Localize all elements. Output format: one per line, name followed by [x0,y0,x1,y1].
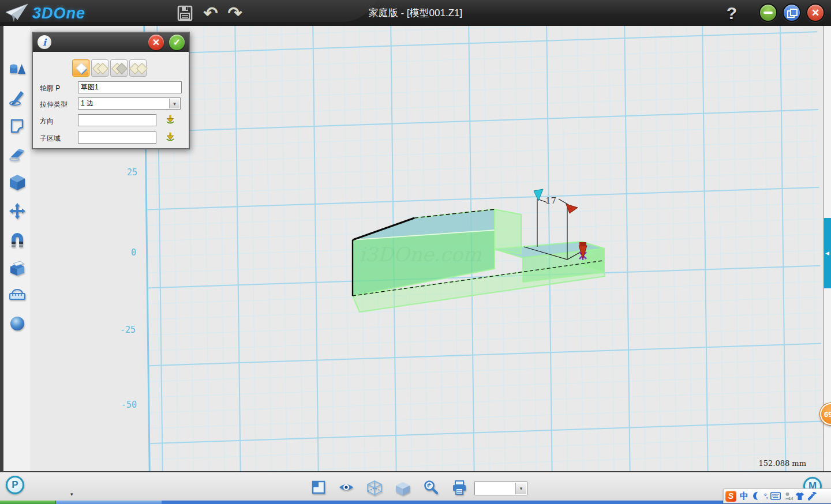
feature-cube-icon [9,174,26,191]
dialog-cancel-button[interactable]: ✕ [148,35,164,50]
direction-pick-button[interactable] [164,114,176,126]
sidebar-solid-primitives-button[interactable] [8,61,27,80]
sidebar-eraser-button[interactable] [8,146,27,164]
minimize-button[interactable] [759,3,777,22]
render-sphere-icon [9,315,26,332]
save-icon [177,5,193,21]
view-preset-dropdown[interactable]: ▾ [474,482,527,495]
chinese-mode-label: 中 [740,491,748,502]
undo-icon: ↶ [203,5,218,21]
sketch-pencil-icon [9,89,26,107]
app-logo: 3DOne [5,2,85,25]
ime-language-toggle[interactable]: 中 [740,490,748,502]
shaded-cube-icon [395,480,411,496]
sidebar-magnet-button[interactable] [8,231,27,249]
extrude-dialog: i ✕ ✓ 轮廓 P 拉伸类型 1 边 ▾ 方向 子区域 [32,32,190,149]
sidebar-render-button[interactable] [8,315,27,333]
layout-view-button[interactable] [310,480,327,496]
app-name: 3DOne [32,5,85,22]
profile-field-label: 轮廓 P [40,84,60,93]
panel-collapse-tab[interactable]: ◀ [823,218,831,288]
redo-button[interactable]: ↷ [225,5,245,22]
ime-toolbar: S 中 °, 14 [723,488,831,503]
ime-softkeyboard-button[interactable] [770,490,781,502]
ime-skin-button[interactable] [795,490,804,502]
visibility-button[interactable] [338,480,354,496]
dialog-confirm-button[interactable]: ✓ [169,35,185,50]
ime-halfmoon-toggle[interactable] [752,490,761,502]
extrude-type-value: 1 边 [81,99,93,108]
scale-readout: 152.088 mm [717,459,806,468]
solid-primitives-icon [9,61,26,78]
os-taskbar-edge[interactable] [0,501,831,504]
sidebar-sketch-button[interactable] [8,89,27,108]
profile-menu-caret[interactable]: ▾ [70,491,73,497]
collapse-arrow-icon: ◀ [825,250,829,256]
sidebar-combine-button[interactable] [8,259,27,277]
profile-input[interactable] [78,81,182,93]
boolean-option-intersect[interactable] [129,59,147,77]
chevron-down-icon: ▾ [515,483,526,494]
pick-arrow-icon [165,114,175,125]
direction-input[interactable] [78,114,156,126]
direction-field-label: 方向 [40,116,54,126]
view-toolbar: P ▾ [0,471,831,501]
magnet-icon [9,231,26,248]
ime-account-button[interactable]: 14 [784,490,792,502]
sidebar-measure-button[interactable] [8,287,27,305]
double-diamond-icon [136,63,148,74]
move-arrows-icon [9,202,26,220]
undo-button[interactable]: ↶ [201,5,220,22]
keyboard-icon [770,492,781,500]
sketch-plane-icon [9,117,26,134]
subregion-input[interactable] [78,131,156,144]
cyan-flag-handle[interactable] [534,189,543,201]
ime-punctuation-toggle[interactable]: °, [764,490,767,502]
print-button[interactable] [451,480,467,496]
wireframe-display-button[interactable] [366,480,383,496]
check-icon: ✓ [173,37,181,48]
sidebar-edit-sketch-button[interactable] [8,117,27,136]
shaded-display-button[interactable] [395,480,411,496]
boolean-option-subtract[interactable] [110,59,128,77]
help-button[interactable]: ? [721,2,742,24]
subregion-pick-button[interactable] [164,131,176,143]
sidebar-move-button[interactable] [8,202,27,221]
cancel-icon: ✕ [152,37,160,48]
boolean-option-base[interactable] [72,59,89,77]
ime-settings-button[interactable] [808,490,817,502]
profile-badge-left[interactable]: P [6,476,24,494]
ime-brand-button[interactable]: S [725,490,736,502]
tool-sidebar [0,26,31,471]
paper-plane-icon [5,3,29,24]
start-button-edge[interactable] [0,501,56,504]
wireframe-cube-icon [366,480,383,496]
tshirt-icon [795,492,804,501]
notification-count: 69 [824,410,831,419]
diamond-icon [76,62,87,74]
boolean-option-add[interactable] [91,59,108,77]
restore-icon [787,9,796,17]
eraser-icon [9,146,26,163]
restore-button[interactable] [783,3,801,22]
pick-arrow-icon [165,131,175,142]
close-button[interactable]: ✕ [806,3,825,22]
close-icon: ✕ [811,8,819,18]
moon-icon [752,491,761,501]
sogou-logo-icon: S [725,491,736,502]
extrude-type-select[interactable]: 1 边 ▾ [78,97,181,110]
profile-badge-left-letter: P [12,479,18,491]
zoom-tool-button[interactable] [423,480,439,496]
taskbar-app-edge[interactable] [56,501,162,504]
chevron-down-icon: ▾ [169,99,179,108]
extrude-type-label: 拉伸类型 [40,100,68,110]
sidebar-features-button[interactable] [8,174,27,192]
info-icon: i [38,35,51,49]
subregion-field-label: 子区域 [40,134,61,144]
printer-icon [451,480,467,496]
dimension-value: 17 [545,195,556,206]
save-button[interactable] [175,5,194,22]
red-flag-handle[interactable] [566,204,578,213]
measure-ruler-icon [9,287,26,304]
zoom-search-icon [423,480,439,496]
